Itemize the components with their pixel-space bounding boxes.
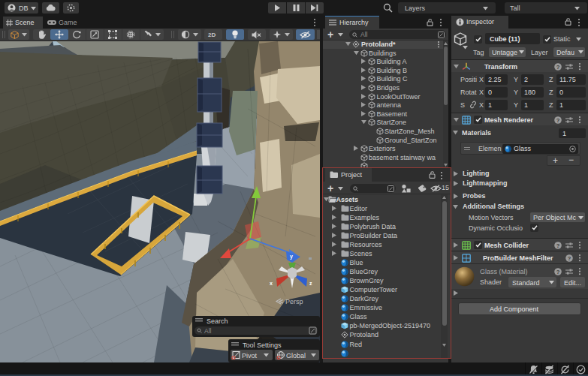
svg-text:y: y: [290, 254, 293, 260]
svg-text:x: x: [270, 281, 273, 286]
svg-text:Persp: Persp: [285, 298, 303, 305]
svg-text:?: ?: [556, 268, 560, 275]
svg-text:?: ?: [556, 63, 560, 70]
svg-text:Global: Global: [286, 352, 306, 359]
svg-text:Pivot: Pivot: [242, 352, 258, 359]
svg-text:Search: Search: [207, 317, 228, 325]
svg-text:?: ?: [568, 254, 571, 261]
svg-text:?: ?: [556, 242, 560, 248]
svg-text:?: ?: [556, 116, 560, 123]
svg-text:z: z: [309, 281, 312, 286]
svg-text:Tool Settings: Tool Settings: [243, 341, 282, 349]
svg-text:All: All: [204, 327, 212, 335]
